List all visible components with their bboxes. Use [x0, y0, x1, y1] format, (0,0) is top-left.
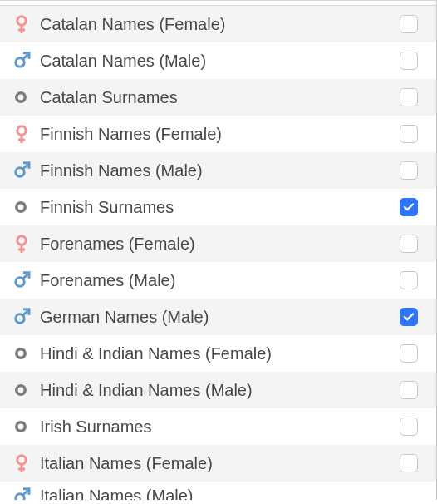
female-icon	[12, 124, 40, 144]
list-item[interactable]: Hindi & Indian Names (Male)	[0, 372, 436, 408]
svg-point-6	[17, 126, 26, 135]
checkbox[interactable]	[400, 381, 418, 399]
list-item-label: Finnish Surnames	[40, 198, 400, 217]
list-item[interactable]: Italian Names (Male)	[0, 482, 436, 500]
name-categories-list: Catalan Names (Female) Catalan Names (Ma…	[0, 0, 437, 500]
list-item[interactable]: Hindi & Indian Names (Female)	[0, 335, 436, 372]
list-item[interactable]: Catalan Names (Male)	[0, 42, 436, 79]
checkbox[interactable]	[400, 454, 418, 472]
list-item-label: Irish Surnames	[40, 418, 400, 437]
female-icon	[12, 234, 40, 254]
list-item-label: Hindi & Indian Names (Female)	[40, 344, 400, 363]
list-item-label: Finnish Names (Male)	[40, 161, 400, 180]
circle-icon	[12, 87, 40, 107]
checkbox[interactable]	[400, 52, 418, 70]
female-icon	[12, 453, 40, 473]
list-item-label: Catalan Surnames	[40, 88, 400, 107]
checkbox[interactable]	[400, 344, 418, 363]
list-item-label: Catalan Names (Male)	[40, 52, 400, 71]
svg-point-11	[17, 203, 25, 211]
checkbox[interactable]	[400, 308, 418, 326]
list-item-label: German Names (Male)	[40, 308, 400, 327]
list-item-label: Catalan Names (Female)	[40, 15, 400, 34]
list-item-label: Hindi & Indian Names (Male)	[40, 381, 400, 400]
list-item[interactable]: German Names (Male)	[0, 299, 436, 335]
male-icon	[12, 51, 40, 71]
circle-icon	[12, 197, 40, 217]
checkbox[interactable]	[400, 125, 418, 143]
checkbox[interactable]	[400, 198, 418, 216]
svg-point-12	[17, 236, 26, 245]
svg-point-3	[16, 58, 24, 67]
checkbox[interactable]	[400, 161, 418, 180]
list-item-label: Forenames (Female)	[40, 235, 400, 254]
male-icon	[12, 487, 40, 500]
list-item[interactable]: Finnish Surnames	[0, 189, 436, 225]
list-item[interactable]: Forenames (Male)	[0, 262, 436, 299]
svg-point-9	[16, 168, 24, 176]
svg-point-20	[17, 386, 25, 394]
circle-icon	[12, 417, 40, 437]
male-icon	[12, 270, 40, 290]
svg-point-21	[17, 422, 25, 431]
list-item-label: Finnish Names (Female)	[40, 125, 400, 144]
svg-point-15	[16, 278, 24, 286]
male-icon	[12, 161, 40, 180]
list-item-label: Italian Names (Female)	[40, 454, 400, 473]
svg-point-22	[17, 456, 26, 464]
svg-point-17	[16, 314, 24, 323]
svg-point-0	[17, 17, 26, 25]
list-item-label: Forenames (Male)	[40, 271, 400, 290]
svg-point-19	[17, 349, 25, 358]
circle-icon	[12, 380, 40, 400]
list-item[interactable]: Irish Surnames	[0, 408, 436, 445]
checkbox[interactable]	[400, 88, 418, 106]
male-icon	[12, 307, 40, 327]
svg-point-25	[16, 494, 24, 500]
list-item[interactable]: Finnish Names (Female)	[0, 116, 436, 152]
circle-icon	[12, 343, 40, 363]
checkbox[interactable]	[400, 418, 418, 436]
list-item[interactable]: Catalan Names (Female)	[0, 6, 436, 42]
checkbox[interactable]	[400, 271, 418, 289]
list-item-label: Italian Names (Male)	[40, 487, 418, 500]
list-item[interactable]: Finnish Names (Male)	[0, 152, 436, 189]
female-icon	[12, 14, 40, 34]
list-item[interactable]: Italian Names (Female)	[0, 445, 436, 482]
list-item[interactable]: Catalan Surnames	[0, 79, 436, 116]
list-item[interactable]: Forenames (Female)	[0, 225, 436, 262]
svg-point-5	[17, 93, 25, 101]
checkbox[interactable]	[400, 235, 418, 253]
checkbox[interactable]	[400, 15, 418, 33]
